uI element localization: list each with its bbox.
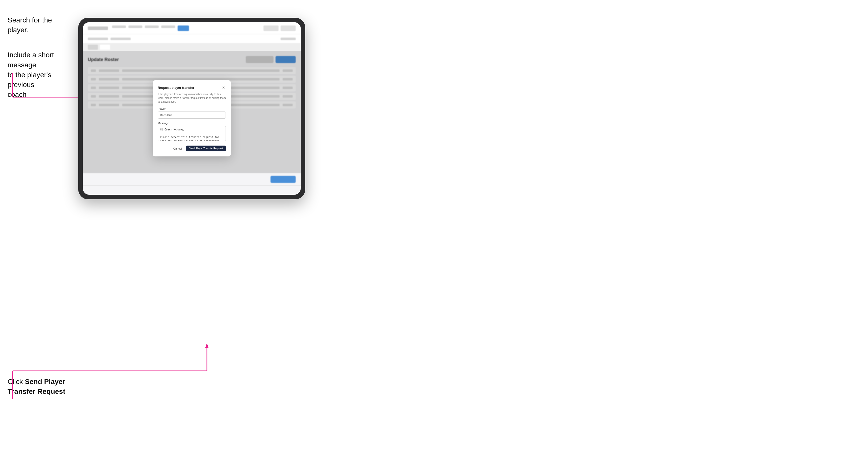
modal-header: Request player transfer ✕ bbox=[158, 85, 226, 90]
message-textarea[interactable] bbox=[158, 126, 226, 141]
nav-item-2 bbox=[128, 26, 142, 28]
player-search-input[interactable] bbox=[158, 112, 226, 119]
modal-footer: Cancel Send Player Transfer Request bbox=[158, 146, 226, 151]
annotation-area: Search for the player. Include a short m… bbox=[0, 0, 76, 467]
svg-marker-6 bbox=[205, 343, 209, 348]
header-right bbox=[264, 26, 296, 31]
nav-item-3 bbox=[145, 26, 159, 28]
modal-overlay: Request player transfer ✕ If the player … bbox=[83, 51, 301, 186]
annotation-bottom-prefix: Click bbox=[7, 378, 25, 385]
breadcrumb-item-2 bbox=[111, 38, 131, 40]
message-field-label: Message bbox=[158, 122, 226, 125]
modal-title: Request player transfer bbox=[158, 86, 194, 90]
modal-description: If the player is transferring from anoth… bbox=[158, 92, 226, 104]
nav-item-4 bbox=[161, 26, 175, 28]
cancel-button[interactable]: Cancel bbox=[171, 146, 184, 151]
header-btn-1 bbox=[264, 26, 279, 31]
tab-1 bbox=[88, 45, 98, 50]
header-btn-2 bbox=[281, 26, 296, 31]
annotation-search-text: Search for the player. bbox=[7, 15, 68, 35]
main-content: Update Roster bbox=[83, 51, 301, 186]
annotation-message-text: Include a short messageto the player's p… bbox=[7, 50, 68, 99]
player-field-label: Player bbox=[158, 107, 226, 110]
nav-items bbox=[112, 26, 259, 31]
tablet-screen: Update Roster bbox=[83, 22, 301, 195]
nav-item-active bbox=[178, 26, 189, 31]
app-logo bbox=[88, 27, 108, 30]
request-transfer-modal: Request player transfer ✕ If the player … bbox=[153, 80, 231, 156]
bottom-action-btn bbox=[271, 176, 296, 183]
tab-active bbox=[100, 45, 110, 50]
annotation-bottom-text: Click Send PlayerTransfer Request bbox=[7, 377, 65, 396]
breadcrumb-item bbox=[88, 38, 108, 40]
sub-header-right bbox=[281, 38, 296, 40]
tablet-frame: Update Roster bbox=[78, 18, 305, 199]
tablet-device: Update Roster bbox=[78, 18, 305, 199]
bottom-bar bbox=[83, 173, 301, 186]
close-icon[interactable]: ✕ bbox=[221, 85, 226, 90]
send-transfer-button[interactable]: Send Player Transfer Request bbox=[186, 146, 226, 151]
nav-item-1 bbox=[112, 26, 126, 28]
app-header bbox=[83, 22, 301, 34]
sub-header bbox=[83, 34, 301, 43]
tab-bar bbox=[83, 43, 301, 51]
